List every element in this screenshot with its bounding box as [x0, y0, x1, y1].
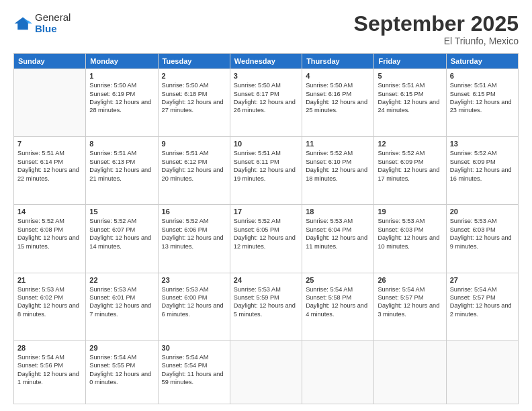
- day-number: 7: [17, 140, 82, 148]
- day-info: Sunrise: 5:53 AMSunset: 6:04 PMDaylight:…: [306, 217, 370, 250]
- daylight-label: Daylight: 12 hours and 4 minutes.: [306, 302, 367, 317]
- calendar-cell: 21Sunrise: 5:53 AMSunset: 6:02 PMDayligh…: [14, 273, 86, 340]
- daylight-label: Daylight: 12 hours and 13 minutes.: [162, 234, 224, 249]
- location-subtitle: El Triunfo, Mexico: [354, 36, 519, 46]
- day-info: Sunrise: 5:53 AMSunset: 6:01 PMDaylight:…: [89, 285, 154, 319]
- calendar-cell: 16Sunrise: 5:52 AMSunset: 6:06 PMDayligh…: [158, 205, 230, 273]
- sunset-label: Sunset: 5:54 PM: [162, 362, 208, 369]
- day-number: 11: [306, 140, 370, 148]
- sunrise-label: Sunrise: 5:52 AM: [17, 218, 64, 224]
- sunset-label: Sunset: 5:58 PM: [306, 294, 351, 301]
- day-number: 10: [234, 140, 298, 148]
- day-number: 18: [306, 208, 370, 216]
- calendar-cell: 18Sunrise: 5:53 AMSunset: 6:04 PMDayligh…: [302, 205, 374, 273]
- sunrise-label: Sunrise: 5:51 AM: [17, 150, 64, 156]
- daylight-label: Daylight: 12 hours and 12 minutes.: [234, 234, 296, 249]
- day-number: 27: [450, 276, 515, 284]
- sunset-label: Sunset: 5:59 PM: [234, 294, 279, 301]
- calendar-cell: 15Sunrise: 5:52 AMSunset: 6:07 PMDayligh…: [86, 205, 158, 273]
- sunrise-label: Sunrise: 5:53 AM: [450, 218, 497, 224]
- calendar-cell: 13Sunrise: 5:52 AMSunset: 6:09 PMDayligh…: [446, 137, 518, 205]
- sunrise-label: Sunrise: 5:54 AM: [378, 286, 425, 293]
- calendar-cell: 8Sunrise: 5:51 AMSunset: 6:13 PMDaylight…: [86, 137, 158, 205]
- day-info: Sunrise: 5:53 AMSunset: 6:03 PMDaylight:…: [378, 217, 442, 250]
- daylight-label: Daylight: 12 hours and 5 minutes.: [234, 302, 296, 317]
- sunset-label: Sunset: 6:16 PM: [306, 91, 351, 97]
- daylight-label: Daylight: 12 hours and 11 minutes.: [306, 234, 367, 249]
- sunrise-label: Sunrise: 5:54 AM: [17, 354, 64, 361]
- day-number: 3: [234, 72, 298, 80]
- sunrise-label: Sunrise: 5:51 AM: [162, 150, 209, 156]
- calendar-cell: 28Sunrise: 5:54 AMSunset: 5:56 PMDayligh…: [14, 340, 86, 404]
- day-info: Sunrise: 5:51 AMSunset: 6:15 PMDaylight:…: [450, 81, 515, 115]
- sunrise-label: Sunrise: 5:53 AM: [17, 286, 64, 293]
- logo-general-text: General: [35, 11, 71, 23]
- sunset-label: Sunset: 5:57 PM: [378, 294, 423, 301]
- calendar-week-row-4: 21Sunrise: 5:53 AMSunset: 6:02 PMDayligh…: [14, 273, 519, 340]
- sunset-label: Sunset: 6:09 PM: [378, 158, 423, 165]
- daylight-label: Daylight: 12 hours and 24 minutes.: [378, 99, 439, 113]
- day-info: Sunrise: 5:50 AMSunset: 6:17 PMDaylight:…: [234, 81, 298, 115]
- header-friday: Friday: [374, 54, 446, 69]
- day-number: 14: [17, 208, 82, 216]
- sunrise-label: Sunrise: 5:53 AM: [162, 286, 209, 293]
- calendar-week-row-1: 1Sunrise: 5:50 AMSunset: 6:19 PMDaylight…: [14, 69, 519, 137]
- sunset-label: Sunset: 5:55 PM: [89, 362, 135, 369]
- day-info: Sunrise: 5:52 AMSunset: 6:10 PMDaylight:…: [306, 149, 370, 183]
- calendar-week-row-2: 7Sunrise: 5:51 AMSunset: 6:14 PMDaylight…: [14, 137, 519, 205]
- sunrise-label: Sunrise: 5:54 AM: [89, 354, 136, 361]
- day-info: Sunrise: 5:50 AMSunset: 6:16 PMDaylight:…: [306, 81, 370, 115]
- sunrise-label: Sunrise: 5:52 AM: [234, 218, 281, 224]
- daylight-label: Daylight: 12 hours and 16 minutes.: [450, 167, 512, 181]
- sunset-label: Sunset: 5:56 PM: [17, 362, 63, 369]
- day-info: Sunrise: 5:50 AMSunset: 6:19 PMDaylight:…: [89, 81, 154, 115]
- calendar-cell: 17Sunrise: 5:52 AMSunset: 6:05 PMDayligh…: [230, 205, 302, 273]
- sunrise-label: Sunrise: 5:50 AM: [306, 82, 353, 89]
- day-number: 1: [89, 72, 154, 80]
- daylight-label: Daylight: 12 hours and 8 minutes.: [17, 302, 79, 317]
- day-number: 21: [17, 276, 82, 284]
- sunrise-label: Sunrise: 5:51 AM: [450, 82, 497, 89]
- calendar-cell: 11Sunrise: 5:52 AMSunset: 6:10 PMDayligh…: [302, 137, 374, 205]
- sunset-label: Sunset: 5:57 PM: [450, 294, 496, 301]
- sunset-label: Sunset: 6:18 PM: [162, 91, 208, 97]
- day-info: Sunrise: 5:54 AMSunset: 5:55 PMDaylight:…: [89, 353, 154, 387]
- day-info: Sunrise: 5:54 AMSunset: 5:57 PMDaylight:…: [450, 285, 515, 319]
- day-info: Sunrise: 5:54 AMSunset: 5:54 PMDaylight:…: [162, 353, 226, 387]
- daylight-label: Daylight: 12 hours and 15 minutes.: [17, 234, 79, 249]
- sunrise-label: Sunrise: 5:50 AM: [162, 82, 209, 89]
- sunset-label: Sunset: 6:15 PM: [450, 91, 496, 97]
- daylight-label: Daylight: 12 hours and 27 minutes.: [162, 99, 224, 113]
- calendar-body: 1Sunrise: 5:50 AMSunset: 6:19 PMDaylight…: [14, 69, 519, 404]
- sunset-label: Sunset: 6:15 PM: [378, 91, 423, 97]
- sunrise-label: Sunrise: 5:50 AM: [89, 82, 136, 89]
- month-title: September 2025: [354, 12, 519, 36]
- daylight-label: Daylight: 12 hours and 0 minutes.: [89, 371, 151, 385]
- sunrise-label: Sunrise: 5:51 AM: [378, 82, 425, 89]
- calendar-table: Sunday Monday Tuesday Wednesday Thursday…: [13, 53, 519, 404]
- daylight-label: Daylight: 12 hours and 18 minutes.: [306, 167, 367, 181]
- day-number: 9: [162, 140, 226, 148]
- daylight-label: Daylight: 12 hours and 26 minutes.: [234, 99, 296, 113]
- daylight-label: Daylight: 12 hours and 9 minutes.: [450, 234, 512, 249]
- day-number: 6: [450, 72, 515, 80]
- sunset-label: Sunset: 6:03 PM: [378, 226, 423, 233]
- calendar-cell: 27Sunrise: 5:54 AMSunset: 5:57 PMDayligh…: [446, 273, 518, 340]
- sunset-label: Sunset: 6:00 PM: [162, 294, 208, 301]
- daylight-label: Daylight: 12 hours and 28 minutes.: [89, 99, 151, 113]
- sunrise-label: Sunrise: 5:54 AM: [450, 286, 497, 293]
- calendar-cell: 2Sunrise: 5:50 AMSunset: 6:18 PMDaylight…: [158, 69, 230, 137]
- day-info: Sunrise: 5:53 AMSunset: 5:59 PMDaylight:…: [234, 285, 298, 319]
- calendar-cell: 12Sunrise: 5:52 AMSunset: 6:09 PMDayligh…: [374, 137, 446, 205]
- daylight-label: Daylight: 12 hours and 19 minutes.: [234, 167, 296, 181]
- sunset-label: Sunset: 6:08 PM: [17, 226, 63, 233]
- daylight-label: Daylight: 12 hours and 6 minutes.: [162, 302, 224, 317]
- calendar-cell: 6Sunrise: 5:51 AMSunset: 6:15 PMDaylight…: [446, 69, 518, 137]
- day-info: Sunrise: 5:52 AMSunset: 6:05 PMDaylight:…: [234, 217, 298, 250]
- sunset-label: Sunset: 6:13 PM: [89, 158, 135, 165]
- weekday-header-row: Sunday Monday Tuesday Wednesday Thursday…: [14, 54, 519, 69]
- daylight-label: Daylight: 12 hours and 25 minutes.: [306, 99, 367, 113]
- day-number: 15: [89, 208, 154, 216]
- calendar-week-row-5: 28Sunrise: 5:54 AMSunset: 5:56 PMDayligh…: [14, 340, 519, 404]
- title-block: September 2025 El Triunfo, Mexico: [354, 12, 519, 46]
